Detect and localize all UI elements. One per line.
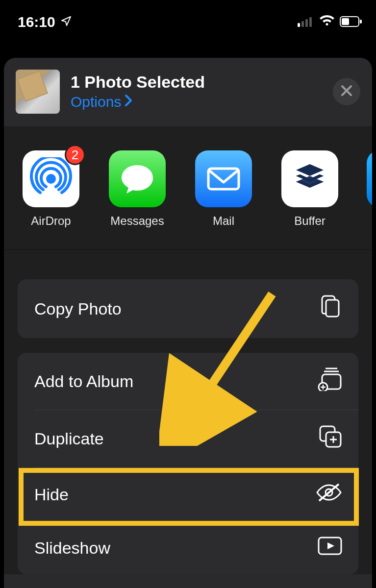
cellular-icon [298, 14, 314, 30]
close-button[interactable] [333, 78, 360, 105]
svg-rect-1 [301, 21, 304, 27]
buffer-icon [281, 150, 338, 207]
share-apps-row[interactable]: 2 AirDrop Messages Mail [4, 127, 372, 250]
svg-rect-8 [208, 169, 239, 189]
slideshow-icon [317, 536, 343, 560]
wifi-icon [319, 14, 335, 30]
copy-icon [319, 294, 343, 323]
action-duplicate[interactable]: Duplicate [18, 410, 358, 467]
mail-label: Mail [213, 214, 234, 228]
action-copy-photo[interactable]: Copy Photo [18, 279, 358, 338]
action-group-main: Add to Album Duplicate Hide Slideshow [18, 353, 358, 574]
action-add-to-album[interactable]: Add to Album [18, 353, 358, 410]
messages-icon [109, 150, 166, 207]
status-bar: 16:10 [0, 0, 376, 44]
header-text: 1 Photo Selected Options [71, 73, 322, 110]
copy-photo-label: Copy Photo [34, 299, 122, 318]
sheet-header: 1 Photo Selected Options [4, 58, 372, 127]
location-icon [60, 14, 72, 30]
extra-app-icon [367, 150, 372, 207]
messages-label: Messages [110, 214, 164, 228]
share-app-airdrop[interactable]: 2 AirDrop [22, 150, 80, 228]
action-hide[interactable]: Hide [18, 467, 358, 521]
header-title: 1 Photo Selected [71, 73, 322, 91]
photo-thumbnail[interactable] [16, 70, 60, 114]
airdrop-badge: 2 [65, 145, 85, 165]
options-label: Options [71, 94, 121, 110]
svg-rect-6 [360, 20, 362, 24]
status-right [298, 14, 362, 30]
action-area: Copy Photo Add to Album Duplicate Hi [4, 250, 372, 574]
add-to-album-label: Add to Album [34, 372, 133, 391]
share-app-mail[interactable]: Mail [194, 150, 253, 228]
airdrop-label: AirDrop [31, 214, 71, 228]
action-slideshow[interactable]: Slideshow [18, 521, 358, 574]
options-button[interactable]: Options [71, 94, 322, 110]
duplicate-label: Duplicate [34, 429, 104, 448]
duplicate-icon [318, 424, 343, 453]
share-app-more[interactable]: . [367, 150, 372, 228]
svg-rect-2 [305, 19, 308, 27]
slideshow-label: Slideshow [34, 539, 110, 558]
svg-rect-9 [326, 300, 339, 317]
svg-rect-5 [342, 18, 349, 25]
svg-rect-0 [298, 23, 300, 27]
close-icon [340, 84, 353, 99]
airdrop-icon: 2 [23, 150, 79, 207]
status-left: 16:10 [18, 14, 72, 30]
share-sheet: 1 Photo Selected Options [4, 58, 372, 588]
album-add-icon [317, 368, 343, 395]
battery-icon [340, 14, 362, 30]
status-time: 16:10 [18, 14, 55, 30]
share-app-messages[interactable]: Messages [108, 150, 167, 228]
share-app-buffer[interactable]: Buffer [280, 150, 339, 228]
buffer-label: Buffer [294, 214, 326, 228]
hide-icon [315, 482, 343, 507]
svg-rect-3 [309, 17, 312, 27]
svg-point-7 [46, 174, 56, 184]
hide-label: Hide [34, 485, 69, 504]
action-group-copy: Copy Photo [18, 279, 358, 338]
chevron-right-icon [124, 94, 133, 110]
mail-icon [195, 150, 252, 207]
